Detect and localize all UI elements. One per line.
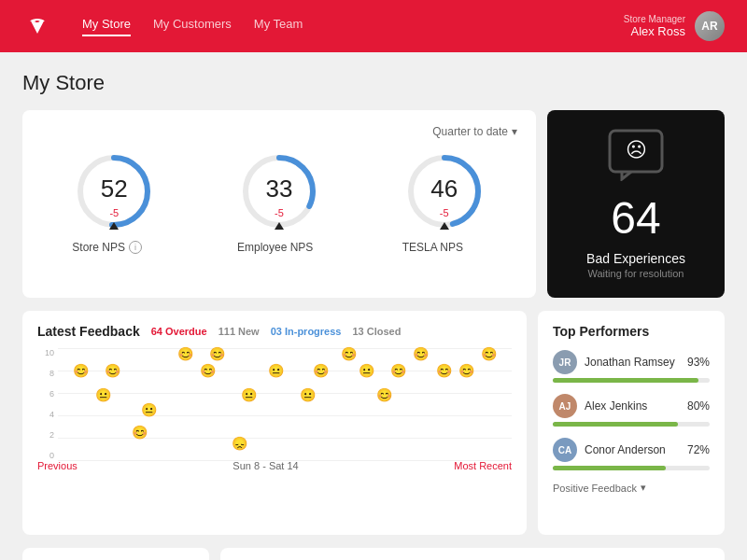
store-nps-metric: 52 -5 Store NPS i	[72, 149, 156, 254]
tesla-nps-gauge: 46 -5	[402, 149, 486, 233]
tesla-nps-metric: 46 -5 TESLA NPS	[402, 149, 486, 254]
performers-title: Top Performers	[553, 324, 710, 339]
page-title: My Store	[22, 71, 725, 95]
middle-section: Latest Feedback 64 Overdue 111 New 03 In…	[22, 311, 725, 535]
user-info: Store Manager Alex Ross	[624, 14, 685, 38]
main-nav: My Store My Customers My Team	[82, 17, 303, 36]
performer-1-name: Jonathan Ramsey	[585, 356, 680, 369]
chart-content: 😊 😊 😐 😐 😊 😊 😊 😊 😐 😐 😞 😐 😊 😊 😐 😊	[58, 348, 512, 460]
nav-my-team[interactable]: My Team	[254, 17, 303, 36]
performer-1-avatar: JR	[553, 350, 577, 374]
performer-3-pct: 72%	[687, 443, 710, 456]
nav-my-store[interactable]: My Store	[82, 17, 131, 36]
performer-item: AJ Alex Jenkins 80%	[553, 394, 710, 427]
performer-3-bar	[553, 466, 666, 470]
sales-card: Sales Performance Avg Stores Avg Stores …	[220, 548, 725, 560]
most-recent-button[interactable]: Most Recent	[454, 460, 512, 471]
new-badge: 111 New	[218, 326, 260, 337]
tesla-nps-label: TESLA NPS	[402, 241, 486, 254]
quarter-selector[interactable]: Quarter to date ▾	[432, 125, 517, 138]
performer-item: CA Conor Anderson 72%	[553, 438, 710, 470]
y-axis: 10 8 6 4 2 0	[37, 348, 56, 460]
store-nps-label: Store NPS i	[72, 241, 156, 254]
page-content: My Store Quarter to date ▾	[0, 52, 747, 560]
nps-card-header: Quarter to date ▾	[41, 125, 517, 138]
performer-2-bar-bg	[553, 422, 710, 427]
employee-nps-change: -5	[275, 207, 284, 218]
user-profile: Store Manager Alex Ross AR	[624, 11, 725, 41]
performers-card: Top Performers JR Jonathan Ramsey 93% AJ…	[538, 311, 725, 535]
tesla-nps-change: -5	[440, 207, 449, 218]
nps-card: Quarter to date ▾ 52 -5	[22, 110, 536, 298]
performer-1-header: JR Jonathan Ramsey 93%	[553, 350, 710, 374]
closed-badge: 13 Closed	[352, 326, 401, 337]
improve-card: Things to Improve 1. Noise 2.	[22, 548, 209, 560]
performer-3-bar-bg	[553, 466, 710, 470]
performer-2-avatar: AJ	[553, 394, 577, 418]
store-nps-value: 52	[101, 175, 128, 203]
top-section: Quarter to date ▾ 52 -5	[22, 110, 725, 298]
performer-2-pct: 80%	[687, 399, 710, 413]
feedback-card: Latest Feedback 64 Overdue 111 New 03 In…	[22, 311, 527, 535]
performer-3-header: CA Conor Anderson 72%	[553, 438, 710, 462]
speech-bubble-icon: ☹	[608, 129, 664, 185]
performer-3-name: Conor Anderson	[585, 443, 680, 456]
user-name: Alex Ross	[624, 24, 685, 38]
bad-experiences-card: ☹ 64 Bad Experiences Waiting for resolut…	[547, 110, 725, 298]
header: My Store My Customers My Team Store Mana…	[0, 0, 747, 52]
bad-exp-count: 64	[611, 192, 660, 244]
employee-nps-arrow	[275, 222, 284, 230]
employee-nps-value: 33	[266, 175, 293, 203]
employee-nps-gauge: 33 -5	[237, 149, 321, 233]
overdue-badge: 64 Overdue	[151, 326, 207, 337]
prev-button[interactable]: Previous	[37, 460, 78, 471]
info-icon[interactable]: i	[129, 241, 142, 254]
employee-nps-label: Employee NPS	[237, 241, 321, 254]
filter-label: Positive Feedback	[553, 483, 637, 494]
nps-metrics: 52 -5 Store NPS i	[41, 149, 517, 254]
lower-section: Things to Improve 1. Noise 2. Sales Perf…	[22, 548, 725, 560]
chart-date: Sun 8 - Sat 14	[233, 460, 298, 471]
performer-3-avatar: CA	[553, 438, 577, 462]
performer-2-bar	[553, 422, 678, 427]
avatar[interactable]: AR	[695, 11, 725, 41]
tesla-nps-value: 46	[430, 175, 458, 203]
performer-1-pct: 93%	[687, 356, 710, 369]
bad-exp-sublabel: Waiting for resolution	[588, 268, 684, 279]
quarter-label: Quarter to date	[432, 125, 508, 138]
chevron-down-icon: ▾	[512, 125, 517, 138]
performer-2-name: Alex Jenkins	[585, 399, 680, 413]
user-role: Store Manager	[624, 14, 685, 24]
store-nps-change: -5	[109, 207, 119, 218]
store-nps-gauge: 52 -5	[72, 149, 156, 233]
store-nps-arrow	[109, 222, 119, 230]
feedback-header: Latest Feedback 64 Overdue 111 New 03 In…	[37, 324, 512, 339]
performer-item: JR Jonathan Ramsey 93%	[553, 350, 710, 383]
inprogress-badge: 03 In-progress	[271, 326, 342, 337]
performer-1-bar-bg	[553, 378, 710, 383]
performer-1-bar	[553, 378, 698, 383]
performer-2-header: AJ Alex Jenkins 80%	[553, 394, 710, 418]
bad-exp-label: Bad Experiences	[586, 251, 685, 266]
feedback-filter[interactable]: Positive Feedback ▾	[553, 482, 710, 494]
employee-nps-metric: 33 -5 Employee NPS	[237, 149, 321, 254]
nav-my-customers[interactable]: My Customers	[153, 17, 232, 36]
feedback-title: Latest Feedback	[37, 324, 140, 339]
tesla-logo	[22, 17, 52, 35]
tesla-nps-arrow	[440, 222, 449, 230]
chart-navigation: Previous Sun 8 - Sat 14 Most Recent	[37, 460, 512, 471]
feedback-chart: 10 8 6 4 2 0 😊 😊 😐	[37, 348, 512, 460]
svg-text:☹: ☹	[626, 138, 647, 161]
filter-chevron-icon: ▾	[641, 482, 646, 494]
